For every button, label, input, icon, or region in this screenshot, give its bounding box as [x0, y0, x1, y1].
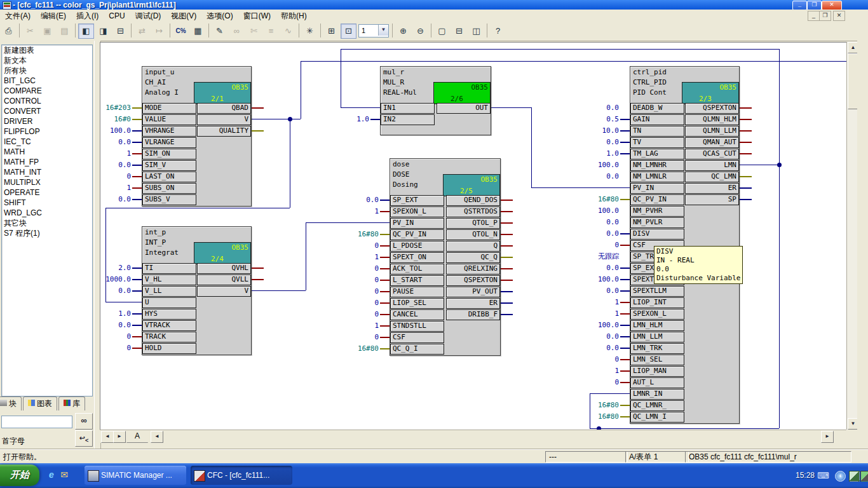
catalog-item--[interactable]: 新文本	[2, 55, 92, 65]
input-pin-lmn_sel[interactable]: LMN_SEL	[630, 355, 684, 365]
connect-button[interactable]: ↦	[151, 24, 167, 39]
start-button[interactable]: 开始	[0, 464, 39, 486]
catalog-item--[interactable]: 新建图表	[2, 45, 92, 55]
input-pin-nm_lmnlr[interactable]: NM_LMNLR	[630, 172, 684, 182]
signal-wire[interactable]	[306, 222, 306, 290]
overview-button[interactable]: ⊡	[341, 24, 356, 39]
catalog-item-multiplx[interactable]: MULTIPLX	[2, 177, 92, 187]
input-pin-mode[interactable]: MODE	[142, 103, 196, 114]
input-pin-vtrack[interactable]: VTRACK	[142, 320, 196, 331]
input-pin-csf[interactable]: CSF	[390, 332, 444, 343]
catalog-item--[interactable]: 所有块	[2, 65, 92, 76]
output-pin-qc_q[interactable]: QC_Q	[446, 252, 500, 263]
menu-调试D[interactable]: 调试(D)	[130, 10, 166, 22]
output-pin-q[interactable]: Q	[446, 241, 500, 252]
signal-wire[interactable]	[590, 393, 630, 394]
input-pin-stndstll[interactable]: STNDSTLL	[390, 321, 444, 332]
mdi-restore-button[interactable]: ❐	[819, 11, 831, 21]
signal-wire[interactable]	[738, 165, 779, 165]
catalog-item-bit_lgc[interactable]: BIT_LGC	[2, 76, 92, 86]
input-pin-nm_lmnhr[interactable]: NM_LMNHR	[630, 160, 684, 171]
menu-编辑E[interactable]: 编辑(E)	[36, 10, 71, 22]
input-pin-hys[interactable]: HYS	[142, 309, 196, 320]
tab-blocks[interactable]: 块	[0, 396, 22, 410]
input-pin-vlrange[interactable]: VLRANGE	[142, 137, 196, 148]
rewire-button[interactable]: ⇄	[134, 24, 150, 39]
signature-button[interactable]: ∿	[280, 24, 296, 39]
catalog-item-math_fp[interactable]: MATH_FP	[2, 157, 92, 167]
output-pin-qlmn_hlm[interactable]: QLMN_HLM	[685, 114, 739, 125]
find-binoculars-button[interactable]: ∞	[75, 413, 93, 430]
cfc-sheet-canvas[interactable]: input_uCH_AIAnalog IOB352/1MODE16#203VAL…	[100, 42, 847, 430]
output-pin-v[interactable]: V	[197, 286, 251, 297]
jump-to-letter-button[interactable]: ↩<	[75, 430, 93, 447]
taskbar-task-cfc[interactable]: CFC - [cfc_fc111...	[191, 466, 292, 485]
input-pin-liop_man[interactable]: LIOP_MAN	[630, 366, 684, 377]
input-pin-subs_v[interactable]: SUBS_V	[142, 194, 196, 205]
signal-wire[interactable]	[341, 49, 341, 107]
menu-CPU[interactable]: CPU	[104, 10, 130, 22]
outlook-quicklaunch-icon[interactable]: ✉	[58, 469, 70, 480]
chart-properties-button[interactable]: ◨	[95, 24, 111, 39]
menu-窗口W[interactable]: 窗口(W)	[238, 10, 276, 22]
input-pin-lmn_trk[interactable]: LMN_TRK	[630, 343, 684, 354]
output-pin-qbad[interactable]: QBAD	[197, 103, 251, 114]
output-pin-qvhl[interactable]: QVHL	[197, 263, 251, 274]
input-pin-l_pdose[interactable]: L_PDOSE	[390, 241, 444, 252]
catalog-item-control[interactable]: CONTROL	[2, 96, 92, 106]
catalog-item-s7-1-[interactable]: S7 程序(1)	[2, 228, 92, 238]
sheet-tab-a[interactable]: A	[126, 431, 148, 443]
output-pin-quality[interactable]: QUALITY	[197, 126, 251, 137]
tile-vertical-button[interactable]: ◫	[468, 24, 484, 39]
tile-horizontal-button[interactable]: ⊟	[451, 24, 467, 39]
input-pin-liop_sel[interactable]: LIOP_SEL	[390, 298, 444, 309]
input-pin-nm_pvlr[interactable]: NM_PVLR	[630, 217, 684, 228]
grid-button[interactable]: ⊞	[323, 24, 339, 39]
input-pin-vhrange[interactable]: VHRANGE	[142, 126, 196, 137]
output-pin-qspexton[interactable]: QSPEXTON	[446, 275, 500, 286]
signal-wire[interactable]	[306, 222, 390, 223]
restore-button[interactable]: ❐	[807, 1, 822, 10]
menu-文件A[interactable]: 文件(A)	[0, 10, 36, 22]
signal-wire[interactable]	[341, 107, 380, 108]
hscroll-right-button[interactable]: ►	[821, 431, 834, 443]
input-pin-qc_pv_in[interactable]: QC_PV_IN	[390, 229, 444, 240]
tree-view-button[interactable]: ⊟	[112, 24, 128, 39]
output-pin-qtol_p[interactable]: QTOL_P	[446, 218, 500, 229]
keyboard-tray-icon[interactable]: ⌨	[817, 471, 827, 480]
cut-connection-button[interactable]: ✄	[246, 24, 262, 39]
block-family-list[interactable]: 新建图表新文本所有块BIT_LGCCOMPARECONTROLCONVERTDR…	[1, 44, 93, 396]
signal-wire[interactable]	[779, 49, 780, 428]
input-pin-lmnr_in[interactable]: LMNR_IN	[630, 389, 684, 400]
signal-wire[interactable]	[105, 208, 106, 302]
signal-wire[interactable]	[590, 393, 590, 428]
tab-chart[interactable]: 图表	[23, 396, 57, 410]
zoom-select[interactable]: 1▼	[358, 24, 389, 37]
input-pin-spext_on[interactable]: SPEXT_ON	[390, 252, 444, 263]
catalog-item-driver[interactable]: DRIVER	[2, 116, 92, 126]
signal-wire[interactable]	[290, 119, 290, 208]
catalog-item-iec_tc[interactable]: IEC_TC	[2, 137, 92, 147]
catalog-item-flipflop[interactable]: FLIPFLOP	[2, 126, 92, 137]
block-input_u[interactable]: input_uCH_AIAnalog IOB352/1MODE16#203VAL…	[142, 66, 252, 207]
output-pin-qc_lmn[interactable]: QC_LMN	[685, 172, 739, 182]
block-int_p[interactable]: int_pINT_PIntegratOB352/4TI2.0V_HL1000.0…	[142, 226, 252, 355]
catalog-item-compare[interactable]: COMPARE	[2, 86, 92, 96]
help-pointer-button[interactable]: ?	[490, 24, 506, 39]
input-pin-in2[interactable]: IN2	[381, 114, 435, 125]
output-pin-qend_dos[interactable]: QEND_DOS	[446, 195, 500, 206]
test-mode-button[interactable]: ▦	[190, 24, 206, 39]
output-pin-qstrtdos[interactable]: QSTRTDOS	[446, 207, 500, 217]
block-dose[interactable]: doseDOSEDosingOB352/5SP_EXT0.0SPEXON_L1P…	[390, 158, 501, 356]
input-pin-hold[interactable]: HOLD	[142, 343, 196, 354]
signal-wire[interactable]	[531, 187, 630, 188]
menu-选项O[interactable]: 选项(O)	[201, 10, 238, 22]
catalog-item-math[interactable]: MATH	[2, 147, 92, 157]
input-pin-v_ll[interactable]: V_LL	[142, 286, 196, 297]
input-pin-spextllm[interactable]: SPEXTLLM	[630, 286, 684, 297]
input-pin-last_on[interactable]: LAST_ON	[142, 172, 196, 182]
input-pin-in1[interactable]: IN1	[381, 103, 435, 114]
input-pin-deadb_w[interactable]: DEADB_W	[630, 103, 684, 114]
signal-wire[interactable]	[301, 61, 847, 62]
sheet-prev-button[interactable]: ◄	[101, 431, 114, 443]
